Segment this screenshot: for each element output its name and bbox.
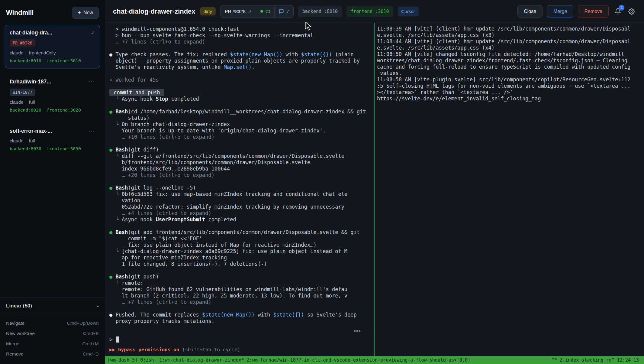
terminal-line: commit and push [109, 89, 374, 96]
log-line: 11:08:50 AM [vite] changed tsconfig file… [377, 51, 642, 57]
text-cursor [116, 336, 119, 343]
worktree-badge-row: WIN-1877 [10, 89, 95, 96]
terminal-line [109, 140, 374, 147]
terminal-line: 1 file changed, 8 insertions(+), 7 delet… [109, 261, 374, 267]
pr-button-group: PR #8328 ↗ CI 7 [220, 5, 294, 18]
remove-button[interactable]: Remove [578, 5, 609, 18]
shortcut-row[interactable]: MergeCmd+M [6, 339, 99, 349]
agent-mode: frontendOnly [29, 50, 56, 56]
ellipsis-menu-icon[interactable]: ⋯ [89, 127, 95, 135]
terminal-line: ● Bash(git push) [109, 274, 374, 280]
terminal-line: └ diff --git a/frontend/src/lib/componen… [109, 153, 374, 159]
shortcut-label: New worktree [6, 331, 35, 336]
pr-comments[interactable]: 7 [274, 5, 293, 18]
worktree-card[interactable]: farhad/win-187...⋯WIN-1877claudefullback… [5, 73, 100, 118]
terminal-line [109, 83, 374, 89]
terminal-line: ap for reactive minZIndex tracking [109, 255, 374, 261]
terminal-line: Your branch is up to date with 'origin/c… [109, 128, 374, 134]
agent-mode: full [29, 99, 35, 105]
worktree-badge: PR #8328 [10, 39, 35, 47]
header: chat-dialog-drawer-zindex dirty PR #8328… [105, 0, 644, 23]
collapse-icon[interactable]: — [367, 328, 370, 333]
terminal-line [109, 267, 374, 274]
worktree-title: chat-dialog-dra... [10, 30, 52, 36]
settings-button[interactable] [627, 7, 636, 16]
tmux-clock: "* Z-index stacking ro" 12:24 13- [552, 356, 642, 364]
sidebar-header: Windmill + New [0, 0, 105, 25]
log-line: e.svelte, /src/lib/assets/app.css (x3) [377, 32, 642, 38]
terminal-line [109, 223, 374, 229]
dirty-badge: dirty [200, 7, 216, 15]
terminal-line: ● Bash(git diff) [109, 147, 374, 153]
merge-button[interactable]: Merge [547, 5, 573, 18]
terminal-line: ● Bash(git log --oneline -5) [109, 185, 374, 191]
worktree-badge-row: PR #8328 [10, 39, 95, 47]
terminal-line: … +10 lines (ctrl+o to expand) [109, 134, 374, 140]
gear-icon [628, 8, 635, 15]
new-button-label: New [83, 10, 93, 15]
worktree-card-top: soft-error-max-...⋯ [10, 127, 95, 135]
backend-port-badge[interactable]: backend :8010 [298, 6, 342, 17]
content-row: > windmill-components@1.654.0 check:fast… [105, 23, 644, 356]
log-line: e.svelte, /src/lib/assets/app.css (x4) [377, 45, 642, 51]
terminal-line: fix: use plain object instead of Map for… [109, 242, 374, 248]
terminal-line: > bun --bun svelte-fast-check --no-svelt… [109, 32, 374, 39]
terminal-prompt[interactable]: > [105, 333, 374, 344]
terminal-line: > windmill-components@1.654.0 check:fast [109, 26, 374, 32]
ci-status[interactable]: CI [256, 5, 275, 18]
terminal-line: lt branch (2 critical, 22 high, 25 moder… [109, 293, 374, 299]
agent-name: claude [10, 99, 24, 105]
terminal-line: proxy properly tracks mutations. [109, 318, 374, 324]
shortcut-row[interactable]: NavigateCmd+Up/Down [6, 318, 99, 328]
terminal-scrollback[interactable]: > windmill-components@1.654.0 check:fast… [105, 23, 374, 328]
prompt-symbol: > [109, 336, 113, 343]
terminal-line: … +20 lines (ctrl+o to expand) [109, 172, 374, 178]
linear-section-toggle[interactable]: Linear (50) ▸ [0, 297, 105, 314]
frontend-port-badge[interactable]: frontend :3010 [346, 6, 393, 17]
ellipsis-menu-icon[interactable]: ⋯ [89, 78, 95, 85]
log-line: 11:08:39 AM [vite] (client) hmr update /… [377, 26, 642, 32]
worktree-card[interactable]: soft-error-max-...⋯claudefullbackend:803… [5, 122, 100, 156]
claude-terminal-pane[interactable]: > windmill-components@1.654.0 check:fast… [105, 23, 375, 356]
shortcut-keys: Cmd+D [83, 351, 99, 357]
shortcut-keys: Cmd+K [83, 331, 99, 336]
pr-label: PR #8328 [225, 9, 246, 14]
bypass-permissions-indicator[interactable]: ▶▶ bypass permissions on (shift+tab to c… [105, 344, 374, 356]
terminal-line: b/frontend/src/lib/components/common/dra… [109, 159, 374, 166]
pane-resize-handle[interactable]: ▪▪▪ — [105, 328, 374, 333]
tmux-session-info: [wm-dash-5] 0:zsh- 1:wm-chat-dialog-draw… [108, 356, 470, 364]
agent-name: claude [10, 50, 24, 56]
cursor-badge[interactable]: Cursor [398, 7, 419, 16]
shortcut-row[interactable]: RemoveCmd+D [6, 349, 99, 359]
worktree-title: soft-error-max-... [10, 128, 52, 134]
terminal-line: Svelte's reactivity system, unlike Map.s… [109, 64, 374, 70]
notification-count-badge: 4 [619, 5, 624, 11]
main-column: chat-dialog-drawer-zindex dirty PR #8328… [105, 0, 644, 364]
worktree-title: farhad/win-187... [10, 79, 51, 85]
worktree-agent-row: claudefull [10, 138, 95, 144]
terminal-line: └ Async hook UserPromptSubmit completed [109, 216, 374, 223]
shortcut-label: Merge [6, 341, 19, 346]
worktree-ports: backend:8020 frontend:3020 [10, 108, 95, 112]
terminal-line: remote: GitHub found 62 vulnerabilities … [109, 286, 374, 293]
sidebar: Windmill + New chat-dialog-dra...✓PR #83… [0, 0, 105, 364]
drag-handle-icon[interactable]: ▪▪▪ [354, 328, 361, 333]
worktree-card[interactable]: chat-dialog-dra...✓PR #8328claudefronten… [5, 25, 100, 68]
worktree-agent-row: claudefrontendOnly [10, 50, 95, 56]
terminal-line: └ Async hook Stop completed [109, 96, 374, 102]
shortcut-row[interactable]: New worktreeCmd+K [6, 328, 99, 339]
log-line: https://svelte.dev/e/element_invalid_sel… [377, 96, 642, 102]
terminal-line [109, 45, 374, 51]
notifications-button[interactable]: 4 [613, 7, 623, 16]
pr-link[interactable]: PR #8328 ↗ [221, 5, 256, 18]
tmux-status-bar: [wm-dash-5] 0:zsh- 1:wm-chat-dialog-draw… [105, 356, 644, 364]
shortcut-list: NavigateCmd+Up/DownNew worktreeCmd+KMerg… [0, 314, 105, 364]
new-worktree-button[interactable]: + New [72, 7, 99, 19]
shortcut-keys: Cmd+Up/Down [67, 320, 99, 326]
log-line: values. [377, 70, 642, 76]
close-button[interactable]: Close [517, 5, 543, 18]
terminal-line: … +7 lines (ctrl+o to expand) [109, 299, 374, 305]
page-title: chat-dialog-drawer-zindex [113, 8, 195, 15]
dev-server-log-pane[interactable]: 11:08:39 AM [vite] (client) hmr update /… [375, 23, 644, 356]
shortcut-keys: Cmd+M [82, 341, 99, 346]
